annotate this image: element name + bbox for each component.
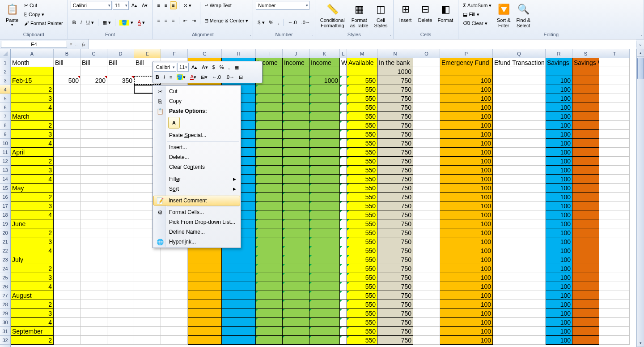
- cell-T24[interactable]: [599, 264, 630, 273]
- cell-M22[interactable]: 550: [347, 246, 377, 255]
- find-select-button[interactable]: 🔍Find & Select: [514, 1, 533, 30]
- merge-center-button[interactable]: ⊟ Merge & Center ▾: [203, 17, 250, 25]
- mini-grow-font[interactable]: A▴: [190, 64, 199, 71]
- cell-S22[interactable]: [572, 246, 599, 255]
- cell-J30[interactable]: [283, 318, 309, 327]
- cell-A29[interactable]: 3: [11, 309, 54, 318]
- bold-button[interactable]: B: [71, 18, 78, 26]
- cell-A22[interactable]: 4: [11, 246, 54, 255]
- cell-S3[interactable]: [572, 76, 599, 85]
- cell-B10[interactable]: [54, 139, 80, 148]
- row-header-24[interactable]: 24: [0, 264, 10, 273]
- cell-G30[interactable]: [188, 318, 222, 327]
- copy-button[interactable]: ⎘Copy ▾: [22, 10, 46, 19]
- ctx-hyperlink[interactable]: 🌐Hyperlink...: [154, 237, 240, 247]
- cell-R25[interactable]: 100: [546, 273, 572, 282]
- cell-O8[interactable]: [413, 121, 440, 130]
- cell-I19[interactable]: [256, 219, 283, 228]
- cell-I25[interactable]: [256, 273, 283, 282]
- cell-G27[interactable]: [188, 291, 222, 300]
- col-header-H[interactable]: H: [222, 49, 256, 58]
- cell-Q23[interactable]: [493, 255, 546, 264]
- cell-D23[interactable]: [107, 255, 134, 264]
- cell-L5[interactable]: [340, 94, 347, 103]
- row-header-11[interactable]: 11: [0, 148, 10, 157]
- cell-K27[interactable]: [309, 291, 340, 300]
- col-header-A[interactable]: A: [11, 49, 54, 58]
- cell-I23[interactable]: [256, 255, 283, 264]
- cell-N18[interactable]: 750: [377, 210, 413, 219]
- cell-M18[interactable]: 550: [347, 210, 377, 219]
- cell-D12[interactable]: [107, 157, 134, 166]
- cell-P24[interactable]: 100: [440, 264, 493, 273]
- cell-P6[interactable]: 100: [440, 103, 493, 112]
- cell-S32[interactable]: [572, 336, 599, 345]
- cell-P23[interactable]: 100: [440, 255, 493, 264]
- format-painter-button[interactable]: 🖌Format Painter: [22, 19, 65, 27]
- cell-P17[interactable]: 100: [440, 201, 493, 210]
- cell-T2[interactable]: [599, 67, 630, 76]
- cell-O21[interactable]: [413, 237, 440, 246]
- cell-T27[interactable]: [599, 291, 630, 300]
- cell-M19[interactable]: 550: [347, 219, 377, 228]
- cell-D8[interactable]: [107, 121, 134, 130]
- cell-J11[interactable]: [283, 148, 309, 157]
- cell-J1[interactable]: Income: [283, 58, 309, 67]
- cell-I12[interactable]: [256, 157, 283, 166]
- cell-B28[interactable]: [54, 300, 80, 309]
- cell-N13[interactable]: 750: [377, 166, 413, 175]
- cell-J17[interactable]: [283, 201, 309, 210]
- cell-K21[interactable]: [309, 237, 340, 246]
- row-header-14[interactable]: 14: [0, 175, 10, 184]
- cell-A11[interactable]: April: [11, 148, 54, 157]
- cell-T12[interactable]: [599, 157, 630, 166]
- cell-H31[interactable]: [222, 327, 256, 336]
- cell-N27[interactable]: 750: [377, 291, 413, 300]
- cell-I31[interactable]: [256, 327, 283, 336]
- cell-Q21[interactable]: [493, 237, 546, 246]
- cell-H32[interactable]: [222, 336, 256, 345]
- cell-G25[interactable]: [188, 273, 222, 282]
- cell-R5[interactable]: 100: [546, 94, 572, 103]
- cell-N10[interactable]: 750: [377, 139, 413, 148]
- cell-R22[interactable]: 100: [546, 246, 572, 255]
- cell-G31[interactable]: [188, 327, 222, 336]
- cell-L24[interactable]: [340, 264, 347, 273]
- clear-button[interactable]: ⌫ Clear ▾: [461, 19, 489, 28]
- cell-R13[interactable]: 100: [546, 166, 572, 175]
- vertical-scrollbar[interactable]: ▴ ▾: [636, 49, 644, 347]
- cell-S31[interactable]: [572, 327, 599, 336]
- cell-G28[interactable]: [188, 300, 222, 309]
- ctx-filter[interactable]: Filter▶: [154, 174, 240, 184]
- cell-M31[interactable]: 550: [347, 327, 377, 336]
- cell-S20[interactable]: [572, 228, 599, 237]
- mini-percent[interactable]: %: [218, 64, 226, 71]
- cell-G26[interactable]: [188, 282, 222, 291]
- cell-B8[interactable]: [54, 121, 80, 130]
- row-header-12[interactable]: 12: [0, 157, 10, 166]
- mini-font-color[interactable]: A▾: [188, 73, 198, 81]
- cell-F31[interactable]: [161, 327, 188, 336]
- cell-M15[interactable]: 550: [347, 184, 377, 193]
- row-header-13[interactable]: 13: [0, 166, 10, 175]
- underline-button[interactable]: U ▾: [85, 18, 96, 27]
- cell-Q28[interactable]: [493, 300, 546, 309]
- cell-T4[interactable]: [599, 85, 630, 94]
- cell-T30[interactable]: [599, 318, 630, 327]
- mini-shrink-font[interactable]: A▾: [200, 64, 209, 71]
- mini-currency[interactable]: $: [211, 64, 217, 71]
- cell-S28[interactable]: [572, 300, 599, 309]
- cell-T22[interactable]: [599, 246, 630, 255]
- cell-P7[interactable]: 100: [440, 112, 493, 121]
- cell-A14[interactable]: 4: [11, 175, 54, 184]
- cell-R12[interactable]: 100: [546, 157, 572, 166]
- cell-H27[interactable]: [222, 291, 256, 300]
- cell-J3[interactable]: [283, 76, 309, 85]
- cell-T10[interactable]: [599, 139, 630, 148]
- cell-R31[interactable]: 100: [546, 327, 572, 336]
- cell-F26[interactable]: [161, 282, 188, 291]
- cell-D3[interactable]: 350: [107, 76, 134, 85]
- cell-L28[interactable]: [340, 300, 347, 309]
- cell-R28[interactable]: 100: [546, 300, 572, 309]
- cell-A31[interactable]: September: [11, 327, 54, 336]
